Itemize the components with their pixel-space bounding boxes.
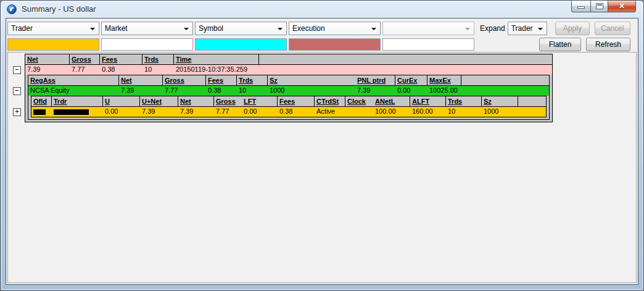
column-header-alft[interactable]: ALFT bbox=[410, 96, 446, 106]
column-header-fees[interactable]: Fees bbox=[206, 75, 237, 85]
filter-toolbar: TraderMarketSymbolExecution Expand Trade… bbox=[7, 22, 637, 35]
column-header-ctrdst[interactable]: CTrdSt bbox=[315, 96, 345, 106]
cell-value: 0.00 bbox=[395, 86, 427, 96]
data-row-level1[interactable]: 7.397.770.381020150119-10:37:35.259 bbox=[25, 65, 552, 75]
column-header-fees[interactable]: Fees bbox=[278, 96, 315, 106]
chevron-down-icon bbox=[184, 28, 189, 30]
header-row-level2: RegAssNetGrossFeesTrdsSzPNL ptrdCurExMax… bbox=[28, 75, 549, 86]
column-header-clock[interactable]: Clock bbox=[345, 96, 373, 106]
minimize-button[interactable] bbox=[571, 1, 590, 12]
color-toolbar: Flatten Refresh bbox=[7, 38, 637, 51]
cell-value: 10025.00 bbox=[427, 86, 461, 96]
cell-value: 0.00 bbox=[103, 107, 140, 117]
nest-level1: RegAssNetGrossFeesTrdsSzPNL ptrdCurExMax… bbox=[25, 75, 552, 122]
nest-level2: OfldTrdrUU+NetNetGrossLFTFeesCTrdStClock… bbox=[28, 96, 549, 119]
expand-dropdown[interactable]: Trader bbox=[508, 22, 548, 35]
cell-value: 7.39 bbox=[119, 86, 163, 96]
cell-value: 7.39 bbox=[355, 86, 395, 96]
collapse-toggle-level2[interactable]: − bbox=[13, 87, 21, 95]
cell-value: 0.38 bbox=[278, 107, 315, 117]
chevron-down-icon bbox=[371, 28, 376, 30]
column-header-filler bbox=[461, 75, 549, 85]
column-header-time[interactable]: Time bbox=[174, 54, 259, 64]
chevron-down-icon bbox=[465, 28, 470, 30]
close-icon: ✕ bbox=[608, 2, 635, 11]
cell-value bbox=[461, 86, 549, 96]
apply-button[interactable]: Apply bbox=[555, 22, 589, 35]
cell-value: 160.00 bbox=[410, 107, 446, 117]
column-header-gross[interactable]: Gross bbox=[214, 96, 242, 106]
redacted-value bbox=[52, 107, 103, 117]
column-header-fees[interactable]: Fees bbox=[100, 54, 142, 64]
cell-value bbox=[518, 107, 546, 117]
column-header-net[interactable]: Net bbox=[119, 75, 163, 85]
column-header-sz[interactable]: Sz bbox=[268, 75, 355, 85]
summary-tree-panel: − − + NetGrossFeesTrdsTime 7.397.770.381… bbox=[7, 52, 637, 283]
cell-value: 7.39 bbox=[140, 107, 178, 117]
titlebar[interactable]: Summary - US dollar ✕ bbox=[1, 1, 643, 18]
column-header-net[interactable]: Net bbox=[178, 96, 214, 106]
filter-dropdown-execution[interactable]: Execution bbox=[289, 22, 381, 35]
column-header-filler bbox=[259, 54, 552, 64]
expand-toggle-level3[interactable]: + bbox=[13, 108, 21, 116]
filter-dropdown-blank[interactable] bbox=[382, 22, 474, 35]
column-header-u-net[interactable]: U+Net bbox=[140, 96, 178, 106]
column-header-trds[interactable]: Trds bbox=[446, 96, 482, 106]
cell-value: 7.39 bbox=[178, 107, 214, 117]
filter-dropdown-symbol[interactable]: Symbol bbox=[195, 22, 287, 35]
cell-value: 0.00 bbox=[242, 107, 278, 117]
data-row-level3[interactable]: 0.007.397.397.770.000.38Active100.00160.… bbox=[31, 107, 546, 117]
filter-dropdown-market[interactable]: Market bbox=[101, 22, 193, 35]
column-header-trdr[interactable]: Trdr bbox=[52, 96, 103, 106]
filter-dropdown-trader[interactable]: Trader bbox=[7, 22, 99, 35]
summary-table-level2: RegAssNetGrossFeesTrdsSzPNL ptrdCurExMax… bbox=[28, 75, 550, 120]
column-header-ofld[interactable]: Ofld bbox=[31, 96, 52, 106]
maximize-button[interactable] bbox=[590, 1, 608, 12]
summary-table-level1: NetGrossFeesTrdsTime 7.397.770.381020150… bbox=[25, 54, 553, 122]
column-header-trds[interactable]: Trds bbox=[142, 54, 174, 64]
refresh-button[interactable]: Refresh bbox=[586, 38, 630, 51]
column-header-gross[interactable]: Gross bbox=[163, 75, 206, 85]
column-header-anetl[interactable]: ANetL bbox=[373, 96, 410, 106]
column-header-trds[interactable]: Trds bbox=[237, 75, 268, 85]
dropdown-value: Execution bbox=[292, 24, 325, 33]
flatten-button[interactable]: Flatten bbox=[539, 38, 581, 51]
column-header-u[interactable]: U bbox=[103, 96, 140, 106]
symbol-color-field[interactable] bbox=[195, 38, 287, 51]
extra-color-field[interactable] bbox=[382, 38, 474, 51]
cell-value: Active bbox=[315, 107, 345, 117]
column-header-net[interactable]: Net bbox=[25, 54, 70, 64]
column-header-regass[interactable]: RegAss bbox=[28, 75, 119, 85]
client-area: TraderMarketSymbolExecution Expand Trade… bbox=[6, 18, 638, 285]
column-header-filler bbox=[518, 96, 546, 106]
data-row-level2[interactable]: NCSA Equity7.397.770.381010007.390.00100… bbox=[28, 86, 549, 96]
summary-tree: NetGrossFeesTrdsTime 7.397.770.381020150… bbox=[25, 54, 553, 122]
redacted-value bbox=[31, 107, 52, 117]
chevron-down-icon bbox=[90, 28, 95, 30]
column-header-curex[interactable]: CurEx bbox=[395, 75, 427, 85]
column-header-lft[interactable]: LFT bbox=[242, 96, 278, 106]
cell-value: NCSA Equity bbox=[28, 86, 119, 96]
minimize-icon bbox=[577, 6, 585, 9]
collapse-toggle-level1[interactable]: − bbox=[13, 66, 21, 74]
close-button[interactable]: ✕ bbox=[608, 1, 636, 12]
cancel-button[interactable]: Cancel bbox=[595, 22, 630, 35]
column-header-gross[interactable]: Gross bbox=[70, 54, 100, 64]
app-icon bbox=[7, 4, 17, 14]
market-color-field[interactable] bbox=[101, 38, 193, 51]
maximize-icon bbox=[596, 3, 603, 9]
cell-value: 10 bbox=[446, 107, 482, 117]
execution-color-field[interactable] bbox=[289, 38, 381, 51]
cell-value: 7.77 bbox=[163, 86, 206, 96]
cell-value: 20150119-10:37:35.259 bbox=[174, 65, 259, 75]
column-header-pnl-ptrd[interactable]: PNL ptrd bbox=[355, 75, 395, 85]
column-header-sz[interactable]: Sz bbox=[482, 96, 518, 106]
cell-value: 0.38 bbox=[100, 65, 142, 75]
cell-value: 7.77 bbox=[214, 107, 242, 117]
column-header-maxex[interactable]: MaxEx bbox=[427, 75, 461, 85]
cell-value bbox=[345, 107, 373, 117]
expand-dropdown-value: Trader bbox=[511, 24, 533, 33]
dropdown-value: Trader bbox=[11, 24, 33, 33]
trader-color-field[interactable] bbox=[7, 38, 99, 51]
chevron-down-icon bbox=[538, 28, 543, 30]
